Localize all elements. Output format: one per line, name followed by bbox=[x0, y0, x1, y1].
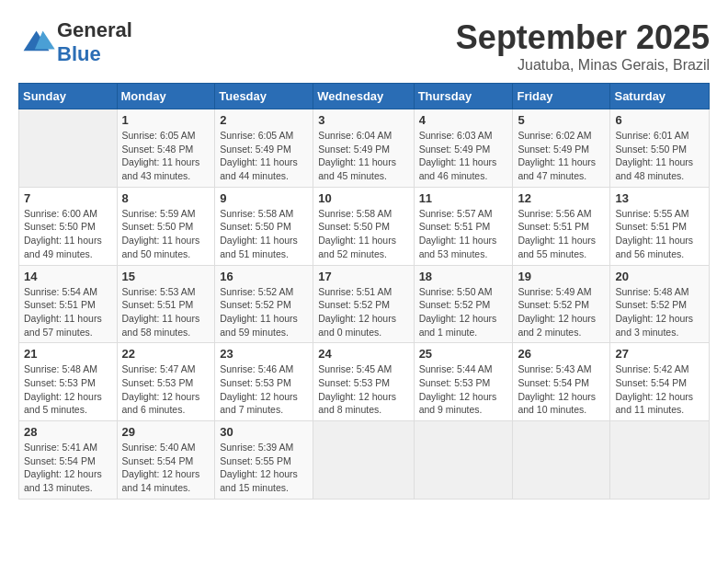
days-header-row: SundayMondayTuesdayWednesdayThursdayFrid… bbox=[19, 84, 710, 109]
week-row-3: 14Sunrise: 5:54 AM Sunset: 5:51 PM Dayli… bbox=[19, 265, 710, 343]
day-number: 13 bbox=[615, 191, 704, 205]
day-cell: 21Sunrise: 5:48 AM Sunset: 5:53 PM Dayli… bbox=[19, 343, 118, 421]
day-info: Sunrise: 5:53 AM Sunset: 5:51 PM Dayligh… bbox=[122, 285, 210, 339]
day-info: Sunrise: 5:40 AM Sunset: 5:54 PM Dayligh… bbox=[122, 441, 210, 495]
day-info: Sunrise: 5:48 AM Sunset: 5:52 PM Dayligh… bbox=[615, 285, 704, 339]
day-number: 6 bbox=[615, 113, 704, 127]
day-number: 14 bbox=[24, 270, 112, 283]
day-cell bbox=[610, 421, 710, 500]
day-cell: 14Sunrise: 5:54 AM Sunset: 5:51 PM Dayli… bbox=[19, 265, 118, 343]
day-number: 22 bbox=[122, 347, 210, 361]
week-row-4: 21Sunrise: 5:48 AM Sunset: 5:53 PM Dayli… bbox=[19, 343, 710, 421]
day-cell: 4Sunrise: 6:03 AM Sunset: 5:49 PM Daylig… bbox=[414, 109, 513, 188]
day-cell: 24Sunrise: 5:45 AM Sunset: 5:53 PM Dayli… bbox=[313, 343, 414, 421]
day-cell bbox=[313, 421, 414, 500]
location: Juatuba, Minas Gerais, Brazil bbox=[456, 57, 710, 74]
day-number: 29 bbox=[122, 425, 210, 439]
day-info: Sunrise: 5:58 AM Sunset: 5:50 PM Dayligh… bbox=[220, 207, 308, 261]
day-number: 16 bbox=[220, 270, 308, 283]
day-info: Sunrise: 6:05 AM Sunset: 5:48 PM Dayligh… bbox=[122, 129, 210, 183]
day-number: 5 bbox=[518, 113, 605, 127]
day-cell: 8Sunrise: 5:59 AM Sunset: 5:50 PM Daylig… bbox=[117, 187, 215, 265]
day-info: Sunrise: 5:57 AM Sunset: 5:51 PM Dayligh… bbox=[419, 207, 508, 261]
day-info: Sunrise: 5:47 AM Sunset: 5:53 PM Dayligh… bbox=[122, 362, 210, 417]
day-header-thursday: Thursday bbox=[414, 84, 513, 109]
day-info: Sunrise: 6:05 AM Sunset: 5:49 PM Dayligh… bbox=[220, 129, 308, 183]
day-number: 18 bbox=[419, 270, 508, 283]
day-number: 2 bbox=[220, 113, 308, 127]
day-number: 17 bbox=[318, 270, 408, 283]
day-cell: 16Sunrise: 5:52 AM Sunset: 5:52 PM Dayli… bbox=[215, 265, 313, 343]
day-header-monday: Monday bbox=[117, 84, 215, 109]
logo-general-text: General bbox=[57, 18, 132, 41]
day-cell bbox=[19, 109, 118, 188]
day-info: Sunrise: 5:46 AM Sunset: 5:53 PM Dayligh… bbox=[220, 362, 308, 417]
day-cell: 19Sunrise: 5:49 AM Sunset: 5:52 PM Dayli… bbox=[513, 265, 610, 343]
day-cell: 27Sunrise: 5:42 AM Sunset: 5:54 PM Dayli… bbox=[610, 343, 710, 421]
day-cell: 6Sunrise: 6:01 AM Sunset: 5:50 PM Daylig… bbox=[610, 109, 710, 188]
day-info: Sunrise: 5:50 AM Sunset: 5:52 PM Dayligh… bbox=[419, 285, 508, 339]
day-number: 3 bbox=[318, 113, 408, 127]
calendar-table: SundayMondayTuesdayWednesdayThursdayFrid… bbox=[18, 83, 710, 500]
day-cell: 15Sunrise: 5:53 AM Sunset: 5:51 PM Dayli… bbox=[117, 265, 215, 343]
day-cell bbox=[414, 421, 513, 500]
day-number: 30 bbox=[220, 425, 308, 439]
day-cell: 30Sunrise: 5:39 AM Sunset: 5:55 PM Dayli… bbox=[215, 421, 313, 500]
day-info: Sunrise: 5:54 AM Sunset: 5:51 PM Dayligh… bbox=[24, 285, 112, 339]
logo-blue-text: Blue bbox=[57, 42, 101, 65]
page-header: General Blue September 2025 Juatuba, Min… bbox=[18, 18, 710, 74]
day-info: Sunrise: 5:58 AM Sunset: 5:50 PM Dayligh… bbox=[318, 207, 408, 261]
day-info: Sunrise: 6:03 AM Sunset: 5:49 PM Dayligh… bbox=[419, 129, 508, 183]
day-number: 8 bbox=[122, 191, 210, 205]
day-number: 19 bbox=[518, 270, 605, 283]
day-number: 1 bbox=[122, 113, 210, 127]
day-info: Sunrise: 6:00 AM Sunset: 5:50 PM Dayligh… bbox=[24, 207, 112, 261]
day-number: 10 bbox=[318, 191, 408, 205]
day-info: Sunrise: 5:55 AM Sunset: 5:51 PM Dayligh… bbox=[615, 207, 704, 261]
day-cell: 10Sunrise: 5:58 AM Sunset: 5:50 PM Dayli… bbox=[313, 187, 414, 265]
day-info: Sunrise: 6:02 AM Sunset: 5:49 PM Dayligh… bbox=[518, 129, 605, 183]
logo-icon bbox=[18, 27, 55, 59]
day-cell: 18Sunrise: 5:50 AM Sunset: 5:52 PM Dayli… bbox=[414, 265, 513, 343]
day-info: Sunrise: 5:52 AM Sunset: 5:52 PM Dayligh… bbox=[220, 285, 308, 339]
day-number: 24 bbox=[318, 347, 408, 361]
day-cell: 7Sunrise: 6:00 AM Sunset: 5:50 PM Daylig… bbox=[19, 187, 118, 265]
day-number: 9 bbox=[220, 191, 308, 205]
day-info: Sunrise: 5:44 AM Sunset: 5:53 PM Dayligh… bbox=[419, 362, 508, 417]
day-cell: 3Sunrise: 6:04 AM Sunset: 5:49 PM Daylig… bbox=[313, 109, 414, 188]
day-header-friday: Friday bbox=[513, 84, 610, 109]
day-info: Sunrise: 5:45 AM Sunset: 5:53 PM Dayligh… bbox=[318, 362, 408, 417]
day-cell: 13Sunrise: 5:55 AM Sunset: 5:51 PM Dayli… bbox=[610, 187, 710, 265]
week-row-2: 7Sunrise: 6:00 AM Sunset: 5:50 PM Daylig… bbox=[19, 187, 710, 265]
day-info: Sunrise: 6:01 AM Sunset: 5:50 PM Dayligh… bbox=[615, 129, 704, 183]
day-cell: 17Sunrise: 5:51 AM Sunset: 5:52 PM Dayli… bbox=[313, 265, 414, 343]
day-header-saturday: Saturday bbox=[610, 84, 710, 109]
day-number: 26 bbox=[518, 347, 605, 361]
day-number: 7 bbox=[24, 191, 112, 205]
day-info: Sunrise: 5:42 AM Sunset: 5:54 PM Dayligh… bbox=[615, 362, 704, 417]
day-number: 25 bbox=[419, 347, 508, 361]
day-info: Sunrise: 5:48 AM Sunset: 5:53 PM Dayligh… bbox=[24, 362, 112, 417]
day-info: Sunrise: 6:04 AM Sunset: 5:49 PM Dayligh… bbox=[318, 129, 408, 183]
day-number: 4 bbox=[419, 113, 508, 127]
day-cell: 11Sunrise: 5:57 AM Sunset: 5:51 PM Dayli… bbox=[414, 187, 513, 265]
day-info: Sunrise: 5:41 AM Sunset: 5:54 PM Dayligh… bbox=[24, 441, 112, 495]
day-cell: 1Sunrise: 6:05 AM Sunset: 5:48 PM Daylig… bbox=[117, 109, 215, 188]
day-cell: 29Sunrise: 5:40 AM Sunset: 5:54 PM Dayli… bbox=[117, 421, 215, 500]
month-title: September 2025 bbox=[456, 18, 710, 57]
day-cell: 26Sunrise: 5:43 AM Sunset: 5:54 PM Dayli… bbox=[513, 343, 610, 421]
day-cell: 5Sunrise: 6:02 AM Sunset: 5:49 PM Daylig… bbox=[513, 109, 610, 188]
day-number: 23 bbox=[220, 347, 308, 361]
week-row-1: 1Sunrise: 6:05 AM Sunset: 5:48 PM Daylig… bbox=[19, 109, 710, 188]
day-cell: 28Sunrise: 5:41 AM Sunset: 5:54 PM Dayli… bbox=[19, 421, 118, 500]
day-cell: 2Sunrise: 6:05 AM Sunset: 5:49 PM Daylig… bbox=[215, 109, 313, 188]
day-cell: 20Sunrise: 5:48 AM Sunset: 5:52 PM Dayli… bbox=[610, 265, 710, 343]
day-cell: 9Sunrise: 5:58 AM Sunset: 5:50 PM Daylig… bbox=[215, 187, 313, 265]
title-area: September 2025 Juatuba, Minas Gerais, Br… bbox=[456, 18, 710, 74]
day-header-tuesday: Tuesday bbox=[215, 84, 313, 109]
day-header-sunday: Sunday bbox=[19, 84, 118, 109]
day-cell: 23Sunrise: 5:46 AM Sunset: 5:53 PM Dayli… bbox=[215, 343, 313, 421]
week-row-5: 28Sunrise: 5:41 AM Sunset: 5:54 PM Dayli… bbox=[19, 421, 710, 500]
day-number: 11 bbox=[419, 191, 508, 205]
logo: General Blue bbox=[18, 18, 132, 66]
